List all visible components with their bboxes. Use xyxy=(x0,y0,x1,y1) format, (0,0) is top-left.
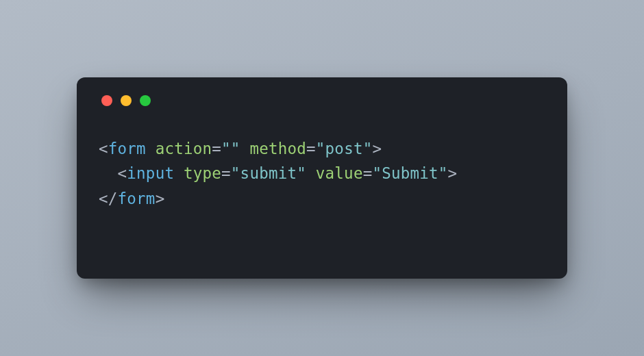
code-window: <form action="" method="post"> <input ty… xyxy=(77,77,567,279)
val-action: "" xyxy=(221,140,240,157)
equals: = xyxy=(212,140,221,157)
code-block: <form action="" method="post"> <input ty… xyxy=(99,136,545,211)
angle-close: > xyxy=(448,164,458,182)
attr-action: action xyxy=(156,140,212,157)
maximize-icon[interactable] xyxy=(140,95,151,106)
angle-close: > xyxy=(156,190,165,207)
window-controls xyxy=(101,95,545,106)
angle-close: > xyxy=(372,140,382,157)
space xyxy=(174,164,184,182)
indent xyxy=(99,164,118,182)
code-line-1: <form action="" method="post"> xyxy=(99,140,382,157)
equals: = xyxy=(306,140,316,157)
tag-form: form xyxy=(108,140,146,157)
close-icon[interactable] xyxy=(101,95,112,106)
val-value: "Submit" xyxy=(372,164,447,182)
angle-open: < xyxy=(118,164,127,182)
tag-form-close: form xyxy=(118,190,156,207)
val-method: "post" xyxy=(316,140,373,157)
equals: = xyxy=(221,164,231,182)
code-line-3: </form> xyxy=(99,190,164,207)
attr-value: value xyxy=(316,164,363,182)
space xyxy=(306,164,316,182)
equals: = xyxy=(363,164,373,182)
space xyxy=(240,140,250,157)
angle-open-close: </ xyxy=(99,190,118,207)
code-line-2: <input type="submit" value="Submit"> xyxy=(99,164,457,182)
attr-method: method xyxy=(249,140,306,157)
val-type: "submit" xyxy=(231,164,306,182)
minimize-icon[interactable] xyxy=(121,95,132,106)
angle-open: < xyxy=(99,140,108,157)
attr-type: type xyxy=(184,164,221,182)
tag-input: input xyxy=(127,164,174,182)
space xyxy=(146,140,156,157)
